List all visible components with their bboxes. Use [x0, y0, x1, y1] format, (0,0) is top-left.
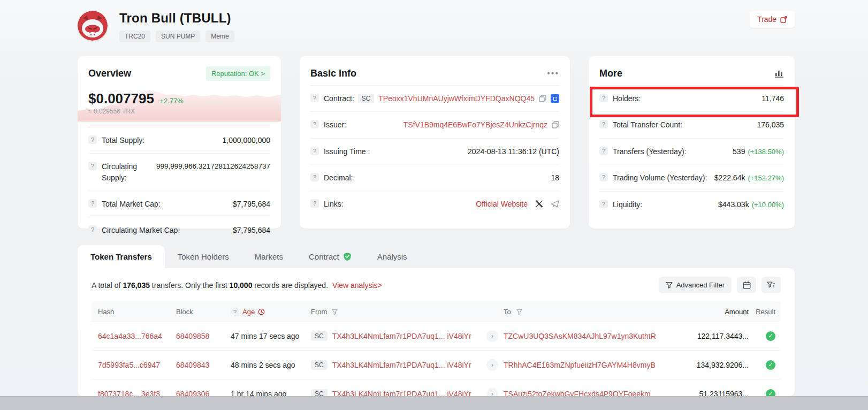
more-row-holders: ? Holders: 11,746	[599, 86, 784, 112]
contract-address-link[interactable]: TPeoxx1VhUMnAUyjwWfximDYFDQaxNQQ45	[378, 93, 535, 104]
age-toggle[interactable]: Age	[242, 308, 255, 316]
funnel-icon[interactable]	[516, 309, 522, 315]
trade-button[interactable]: Trade	[750, 11, 795, 28]
token-logo	[78, 11, 108, 41]
to-address-link[interactable]: TSAuzj52toZekwbGvFHcxds4P9QYFoeekm	[504, 390, 651, 397]
transfer-row: 7d5993fa5...c6947 68409843 48 mins 2 sec…	[92, 351, 781, 379]
tab-token-holders[interactable]: Token Holders	[165, 245, 242, 268]
official-website-link[interactable]: Official Website	[476, 199, 528, 209]
telegram-icon[interactable]	[551, 200, 559, 208]
overview-row-total-market-cap: ? Total Market Cap: $7,795,684	[88, 191, 270, 217]
reputation-badge[interactable]: Reputation: OK >	[206, 66, 270, 81]
success-check-icon: ✓	[766, 360, 775, 370]
col-amount: Amount	[680, 308, 749, 316]
more-row-liquidity: ? Liquidity: $443.03k(+10.00%)	[599, 192, 784, 218]
table-header: Hash Block ? Age From To	[92, 301, 781, 322]
cards-row: Overview Reputation: OK > $0.007795 +2.7…	[78, 56, 795, 229]
advanced-filter-button[interactable]: Advanced Filter	[659, 277, 732, 293]
tx-amount: 134,932.9206...	[680, 361, 749, 369]
help-icon[interactable]: ?	[88, 162, 97, 170]
tab-contract[interactable]: Contract	[296, 245, 364, 268]
tab-token-transfers[interactable]: Token Transfers	[78, 245, 165, 268]
help-icon[interactable]: ?	[599, 173, 608, 181]
help-icon[interactable]: ?	[310, 199, 319, 208]
view-analysis-link[interactable]: View analysis>	[332, 281, 382, 290]
direction-arrow-icon: ›	[486, 388, 498, 397]
help-icon[interactable]: ?	[310, 147, 319, 155]
more-title: More	[599, 68, 622, 79]
basic-row-contract: ? Contract: SC TPeoxx1VhUMnAUyjwWfximDYF…	[310, 86, 559, 112]
to-address-link[interactable]: TRhhAC4E163mZNpfueiizH7GAYM4H8vmyB	[504, 361, 656, 369]
funnel-list-icon	[767, 282, 775, 289]
help-icon[interactable]: ?	[310, 120, 319, 128]
from-address-link[interactable]: TX4h3LK4NmLfam7r1PDA7uq1... iV48iYr	[332, 332, 471, 340]
tx-age: 47 mins 17 secs ago	[231, 332, 311, 340]
tx-age: 1 hr 14 mins ago	[231, 390, 311, 397]
token-tags: TRC20 SUN PUMP Meme	[119, 31, 234, 42]
sc-badge: SC	[311, 331, 328, 341]
copy-icon[interactable]	[552, 121, 559, 128]
overview-title: Overview	[88, 68, 131, 79]
help-icon[interactable]: ?	[310, 94, 319, 102]
tab-bar: Token Transfers Token Holders Markets Co…	[78, 244, 795, 268]
time-toggle-icon[interactable]	[258, 308, 265, 315]
holders-value: 11,746	[762, 94, 784, 103]
issuing-time-value: 2024-08-13 11:36:12 (UTC)	[468, 146, 559, 157]
to-address-link[interactable]: TZCwU3UQ3SAsKM834AJhL97w1yn3KuthtR	[504, 332, 656, 340]
basic-row-links: ? Links: Official Website	[310, 191, 559, 217]
block-link[interactable]: 68409306	[176, 390, 231, 397]
filter-list-button[interactable]	[762, 277, 781, 293]
issuer-address-link[interactable]: TSfV1B9mq4E6BwFo7YBjesZ4UnkzCjrnqz	[403, 119, 547, 130]
help-icon[interactable]: ?	[88, 199, 97, 208]
overview-row-circulating-supply: ? Circulating Supply: 999,999,966.321728…	[88, 154, 270, 191]
tx-hash-link[interactable]: f8073718c... 3e3f3	[92, 390, 176, 397]
overview-row-circulating-market-cap: ? Circulating Market Cap: $7,795,684	[88, 217, 270, 243]
success-check-icon: ✓	[766, 389, 775, 397]
block-link[interactable]: 68409858	[176, 332, 231, 340]
price-change: +2.77%	[159, 97, 183, 105]
more-row-trading-volume: ? Trading Volume (Yesterday): $222.64k(+…	[599, 165, 784, 192]
col-from: From	[311, 308, 481, 316]
page-container: Tron Bull (TBULL) TRC20 SUN PUMP Meme Tr…	[78, 0, 795, 396]
funnel-icon[interactable]	[332, 309, 338, 315]
calendar-icon	[743, 281, 751, 289]
help-icon[interactable]: ?	[310, 173, 319, 181]
token-tracker-icon[interactable]	[551, 94, 559, 103]
more-card: More ? Holders: 11,746 ? Total Transfer …	[589, 56, 795, 229]
copy-icon[interactable]	[539, 95, 546, 102]
col-to: To	[504, 308, 680, 316]
tag-sun-pump: SUN PUMP	[156, 31, 200, 42]
bar-chart-icon[interactable]	[774, 69, 784, 78]
tag-meme: Meme	[205, 31, 234, 42]
transfer-row: 64c1a4a33...766a4 68409858 47 mins 17 se…	[92, 322, 781, 351]
help-icon[interactable]: ?	[599, 200, 608, 208]
more-options-icon[interactable]: •••	[547, 69, 559, 78]
price-usd: $0.007795	[88, 90, 154, 107]
col-age: ? Age	[231, 307, 311, 316]
help-icon[interactable]: ?	[599, 120, 608, 128]
help-icon[interactable]: ?	[599, 94, 608, 102]
help-icon[interactable]: ?	[231, 308, 239, 316]
token-header: Tron Bull (TBULL) TRC20 SUN PUMP Meme Tr…	[78, 0, 795, 56]
block-link[interactable]: 68409843	[176, 361, 231, 369]
from-address-link[interactable]: TX4h3LK4NmLfam7r1PDA7uq1... iV48iYr	[332, 390, 471, 397]
col-result: Result	[749, 308, 781, 316]
basic-row-issuer: ? Issuer: TSfV1B9mq4E6BwFo7YBjesZ4UnkzCj…	[310, 112, 559, 138]
direction-arrow-icon: ›	[486, 330, 498, 342]
tx-amount: 51.23115963...	[680, 390, 749, 397]
from-address-link[interactable]: TX4h3LK4NmLfam7r1PDA7uq1... iV48iYr	[332, 361, 471, 369]
price-trx: ≈ 0.029556 TRX	[78, 107, 281, 115]
page-title: Tron Bull (TBULL)	[119, 11, 234, 26]
help-icon[interactable]: ?	[88, 225, 97, 234]
basic-row-issuing-time: ? Issuing Time : 2024-08-13 11:36:12 (UT…	[310, 139, 559, 165]
overview-row-total-supply: ? Total Supply: 1,000,000,000	[88, 127, 270, 154]
date-range-button[interactable]	[737, 277, 756, 293]
tab-analysis[interactable]: Analysis	[364, 245, 420, 268]
basic-info-title: Basic Info	[310, 68, 356, 79]
tx-hash-link[interactable]: 64c1a4a33...766a4	[92, 332, 176, 340]
tx-hash-link[interactable]: 7d5993fa5...c6947	[92, 361, 176, 369]
help-icon[interactable]: ?	[599, 147, 608, 155]
x-twitter-icon[interactable]	[535, 200, 543, 208]
help-icon[interactable]: ?	[88, 135, 97, 144]
tab-markets[interactable]: Markets	[242, 245, 296, 268]
